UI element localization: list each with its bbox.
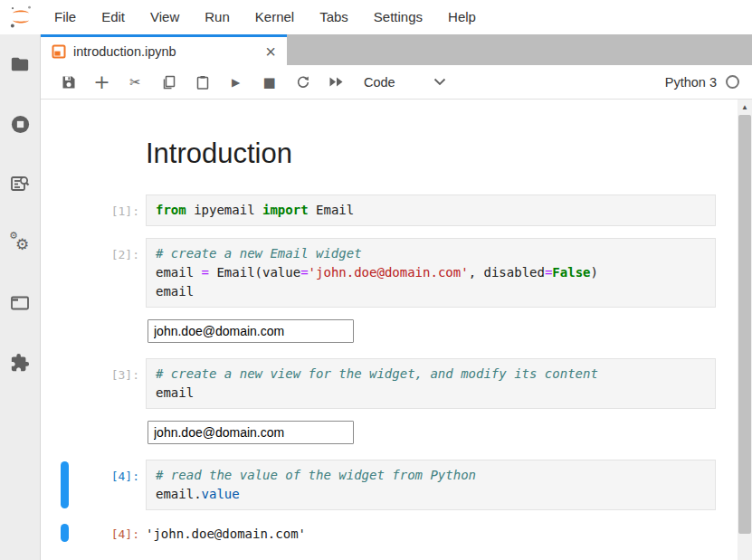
left-sidebar: ⚙ ⚙ (0, 34, 41, 560)
input-prompt: [4]: (111, 470, 139, 483)
cell-editor[interactable]: from ipyemail import Email (146, 195, 716, 226)
copy-cells-button[interactable] (152, 70, 186, 95)
input-prompt: [2]: (111, 248, 139, 261)
code-line: email (156, 282, 706, 301)
code-cell: [1]:from ipyemail import Email (41, 195, 738, 226)
property-inspector-icon[interactable]: ⚙ ⚙ (0, 214, 41, 273)
run-icon: ▶ (232, 76, 240, 89)
cell-prompt-column: [1]: (41, 195, 146, 226)
fast-forward-icon (328, 76, 344, 88)
scroll-up-icon: ▲ (741, 103, 748, 111)
jupyter-logo (0, 5, 42, 30)
menu-kernel[interactable]: Kernel (243, 0, 307, 34)
command-palette-icon[interactable] (0, 154, 41, 214)
kernel-status-icon (726, 75, 739, 89)
file-browser-icon[interactable] (0, 34, 41, 94)
menu-view[interactable]: View (138, 0, 192, 34)
jupyterlab-app: File Edit View Run Kernel Tabs Settings … (0, 0, 752, 560)
run-all-button[interactable] (319, 70, 353, 95)
menu-settings[interactable]: Settings (361, 0, 435, 34)
scrollbar-thumb[interactable] (738, 115, 751, 534)
cut-cells-button[interactable]: ✂ (119, 70, 152, 95)
close-icon[interactable]: × (263, 43, 278, 61)
extension-manager-icon[interactable] (0, 333, 41, 393)
notebook-panel: Introduction [1]:from ipyemail import Em… (41, 100, 752, 560)
running-kernels-icon[interactable] (0, 94, 41, 154)
dock-tab-bar: introduction.ipynb × (41, 34, 752, 65)
restart-kernel-button[interactable] (286, 70, 319, 95)
cell-prompt-column: [3]: (41, 358, 146, 409)
plus-icon: + (93, 71, 109, 93)
output-prompt-column (41, 319, 146, 343)
tab-title: introduction.ipynb (73, 44, 263, 59)
tab-introduction-ipynb[interactable]: introduction.ipynb × (41, 34, 287, 65)
clipboard-icon (195, 75, 210, 90)
scissors-icon: ✂ (129, 74, 141, 90)
output-prompt-column (41, 421, 146, 444)
cell-editor[interactable]: # create a new view for the widget, and … (146, 358, 716, 409)
paste-cells-button[interactable] (186, 70, 219, 95)
code-cell: [3]:# create a new view for the widget, … (41, 358, 738, 409)
notebook-cells: [1]:from ipyemail import Email[2]:# crea… (41, 195, 738, 544)
cell-prompt-column: [2]: (41, 238, 146, 308)
add-cell-button[interactable]: + (85, 70, 119, 95)
menu-edit[interactable]: Edit (89, 0, 138, 34)
jupyter-logo-icon (8, 5, 33, 30)
scroll-up-button[interactable]: ▲ (738, 100, 752, 114)
input-prompt: [1]: (111, 204, 139, 218)
code-line: email.value (156, 485, 706, 504)
cell-editor[interactable]: # create a new Email widgetemail = Email… (146, 238, 716, 308)
cell-selection-bar (61, 461, 69, 508)
cell-selection-bar (61, 524, 69, 542)
cell-prompt-column: [4]: (41, 460, 146, 510)
cell-type-dropdown[interactable]: Code (364, 75, 446, 90)
run-cell-button[interactable]: ▶ (219, 70, 252, 95)
code-line: email (156, 384, 706, 403)
code-line: # create a new Email widget (156, 244, 706, 263)
interrupt-kernel-button[interactable]: ■ (252, 70, 286, 95)
output-text: 'john.doe@domain.com' (146, 522, 306, 544)
stop-icon: ■ (262, 74, 275, 90)
email-widget-input[interactable] (148, 421, 354, 444)
cell-output-row: [4]:'john.doe@domain.com' (41, 522, 738, 544)
menu-run[interactable]: Run (192, 0, 243, 34)
cell-output-row (41, 421, 738, 444)
code-line: from ipyemail import Email (156, 201, 706, 220)
markdown-heading[interactable]: Introduction (146, 138, 738, 170)
kernel-name[interactable]: Python 3 (665, 75, 717, 90)
output-prompt-column: [4]: (41, 522, 146, 544)
code-line: email = Email(value='john.doe@domain.com… (156, 263, 706, 282)
code-line: # read the value of the widget from Pyth… (156, 466, 706, 485)
cell-editor[interactable]: # read the value of the widget from Pyth… (146, 460, 716, 510)
email-widget-input[interactable] (148, 319, 354, 343)
cell-output-row (41, 319, 738, 343)
menu-file[interactable]: File (42, 0, 89, 34)
gears-glyphs: ⚙ ⚙ (9, 233, 31, 254)
input-prompt: [3]: (111, 368, 139, 382)
notebook-toolbar: + ✂ ▶ ■ Code (41, 65, 752, 100)
code-cell: [2]:# create a new Email widgetemail = E… (41, 238, 738, 308)
menu-tabs[interactable]: Tabs (307, 0, 361, 34)
vertical-scrollbar[interactable]: ▲ (738, 100, 752, 560)
save-button[interactable] (52, 70, 85, 95)
notebook-icon (52, 44, 66, 59)
code-line: # create a new view for the widget, and … (156, 365, 706, 384)
restart-icon (296, 75, 310, 90)
menu-help[interactable]: Help (435, 0, 489, 34)
open-tabs-icon[interactable] (0, 273, 41, 333)
copy-icon (162, 75, 176, 90)
menu-bar: File Edit View Run Kernel Tabs Settings … (0, 0, 752, 34)
code-cell: [4]:# read the value of the widget from … (41, 460, 738, 510)
output-prompt: [4]: (111, 527, 139, 541)
chevron-down-icon (433, 78, 446, 86)
cell-type-value: Code (364, 75, 395, 90)
